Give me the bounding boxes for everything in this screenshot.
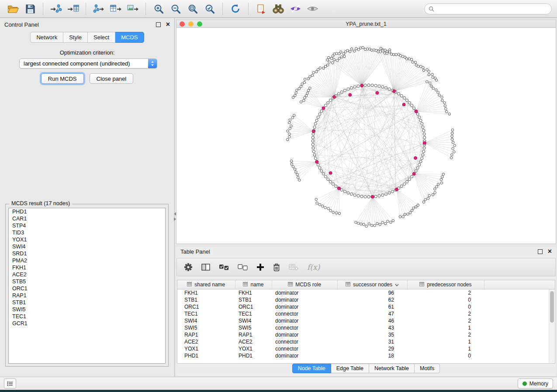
- mcds-result-item[interactable]: TEC1: [9, 313, 165, 320]
- mcds-result-item[interactable]: ORC1: [9, 285, 165, 292]
- import-table-button[interactable]: [65, 2, 81, 16]
- columns-icon: [201, 264, 210, 271]
- collapse-right-icon: [174, 217, 176, 221]
- chevron-down-icon[interactable]: [395, 282, 399, 288]
- save-floppy-icon: [25, 4, 35, 14]
- float-panel-button[interactable]: [156, 22, 161, 27]
- panel-splitter[interactable]: [174, 212, 176, 221]
- export-image-button[interactable]: [125, 2, 141, 16]
- mcds-result-item[interactable]: RAP1: [9, 292, 165, 299]
- app-window: Control Panel × NetworkStyleSelectMCDS O…: [0, 0, 557, 390]
- search-icon: [429, 6, 434, 12]
- status-menu-button[interactable]: [4, 378, 16, 389]
- mcds-result-item[interactable]: STB1: [9, 299, 165, 306]
- mcds-result-item[interactable]: GCR1: [9, 320, 165, 327]
- tab-select[interactable]: Select: [88, 32, 115, 43]
- select-all-button[interactable]: [219, 264, 229, 271]
- table-row[interactable]: TEC1TEC1connector472: [177, 310, 555, 317]
- tab-node-table[interactable]: Node Table: [292, 364, 331, 373]
- table-settings-button[interactable]: [184, 263, 193, 272]
- close-control-panel-button[interactable]: ×: [166, 21, 170, 28]
- table-scrollbar[interactable]: [549, 289, 554, 363]
- mcds-result-list[interactable]: PHD1CAR1STP4TID3YOX1SWI4SRD1PMA2FKH1ACE2…: [8, 208, 166, 364]
- zoom-in-button[interactable]: [151, 2, 166, 16]
- run-mcds-button[interactable]: Run MCDS: [41, 73, 84, 84]
- scrollbar-thumb[interactable]: [550, 291, 554, 323]
- network-canvas[interactable]: [176, 28, 556, 244]
- function-builder-button[interactable]: f(x): [307, 263, 320, 272]
- hide-selected-button[interactable]: [287, 2, 303, 16]
- mcds-result-item[interactable]: ACE2: [9, 271, 165, 278]
- maximize-window-button[interactable]: [197, 21, 202, 27]
- tab-network-table[interactable]: Network Table: [369, 364, 415, 373]
- delete-row-button[interactable]: [273, 263, 280, 272]
- table-row[interactable]: YOX1YOX1connector291: [177, 345, 555, 352]
- table-row[interactable]: RAP1RAP1dominator352: [177, 331, 555, 338]
- memory-button[interactable]: Memory: [518, 378, 553, 389]
- column-header-MCDS-role[interactable]: MCDS role: [272, 280, 337, 289]
- mcds-result-item[interactable]: STP4: [9, 222, 165, 229]
- open-session-button[interactable]: [5, 2, 21, 16]
- table-row[interactable]: PHD1PHD1dominator180: [177, 352, 555, 359]
- mcds-result-item[interactable]: CAR1: [9, 215, 165, 222]
- export-table-icon: [110, 3, 122, 14]
- zoom-selected-button[interactable]: [202, 2, 218, 16]
- column-header-name[interactable]: name: [235, 280, 272, 289]
- zoom-fit-icon: [187, 3, 198, 14]
- export-image-icon: [127, 3, 139, 14]
- mcds-result-item[interactable]: PHD1: [9, 208, 165, 215]
- show-columns-button[interactable]: [201, 264, 210, 271]
- float-table-panel-button[interactable]: [538, 249, 543, 254]
- zoom-out-button[interactable]: [168, 2, 183, 16]
- find-button[interactable]: [270, 2, 286, 16]
- tab-edge-table[interactable]: Edge Table: [331, 364, 369, 373]
- close-table-panel-button[interactable]: ×: [548, 248, 552, 255]
- mcds-result-item[interactable]: SRD1: [9, 250, 165, 257]
- tab-network[interactable]: Network: [30, 32, 63, 43]
- export-table-button[interactable]: [108, 2, 124, 16]
- document-share-icon: [256, 3, 266, 14]
- table-row[interactable]: FKH1FKH1dominator962: [177, 289, 555, 297]
- mcds-result-item[interactable]: SWI5: [9, 306, 165, 313]
- table-row[interactable]: SWI4SWI4dominator462: [177, 317, 555, 324]
- table-row[interactable]: ORC1ORC1dominator610: [177, 303, 555, 310]
- refresh-icon: [230, 3, 241, 14]
- add-row-button[interactable]: [256, 263, 264, 271]
- list-menu-icon: [7, 382, 13, 386]
- export-network-button[interactable]: [91, 2, 107, 16]
- show-all-button[interactable]: [304, 2, 320, 16]
- close-window-button[interactable]: [180, 21, 185, 27]
- tab-style[interactable]: Style: [63, 32, 88, 43]
- minimize-window-button[interactable]: [188, 21, 194, 27]
- column-header-predecessor-nodes[interactable]: predecessor nodes: [407, 280, 484, 289]
- table-row[interactable]: SWI5SWI5connector431: [177, 324, 555, 331]
- tab-mcds[interactable]: MCDS: [115, 32, 144, 43]
- table-row[interactable]: STB1STB1dominator620: [177, 296, 555, 303]
- mcds-result-item[interactable]: TID3: [9, 229, 165, 236]
- mcds-result-item[interactable]: YOX1: [9, 236, 165, 243]
- close-panel-button[interactable]: Close panel: [90, 73, 134, 84]
- table-row[interactable]: ACE2ACE2connector311: [177, 338, 555, 345]
- delete-table-icon: [289, 264, 298, 271]
- mcds-result-item[interactable]: STB5: [9, 278, 165, 285]
- eye-icon: [307, 4, 318, 14]
- tab-motifs[interactable]: Motifs: [415, 364, 440, 373]
- refresh-view-button[interactable]: [228, 2, 243, 16]
- mcds-result-item[interactable]: PMA2: [9, 257, 165, 264]
- clone-network-button[interactable]: [253, 2, 269, 16]
- column-header-successor-nodes[interactable]: successor nodes: [337, 280, 407, 289]
- search-input[interactable]: [437, 5, 547, 12]
- delete-table-button[interactable]: [289, 264, 298, 271]
- plus-icon: [256, 263, 264, 271]
- unselect-all-button[interactable]: [238, 264, 248, 271]
- column-header-shared-name[interactable]: shared name: [177, 280, 235, 289]
- zoom-selected-icon: [204, 3, 215, 14]
- save-session-button[interactable]: [22, 2, 38, 16]
- search-box[interactable]: [424, 3, 552, 14]
- import-network-icon: [50, 3, 62, 14]
- mcds-result-item[interactable]: SWI4: [9, 243, 165, 250]
- criterion-dropdown[interactable]: largest connected component (undirected): [19, 58, 157, 69]
- mcds-result-item[interactable]: FKH1: [9, 264, 165, 271]
- zoom-fit-button[interactable]: [185, 2, 201, 16]
- import-network-button[interactable]: [48, 2, 64, 16]
